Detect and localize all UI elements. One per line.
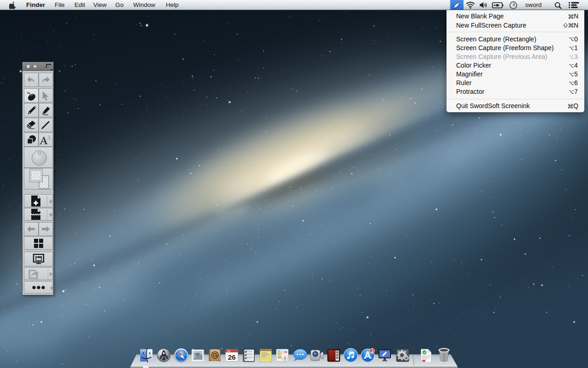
svg-text:JUL: JUL [227, 350, 231, 352]
svg-text:26: 26 [227, 353, 236, 361]
